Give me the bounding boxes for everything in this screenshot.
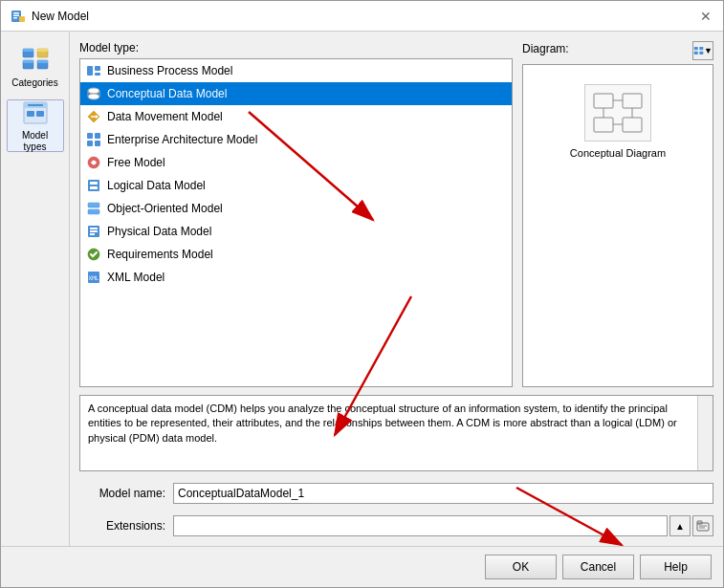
- svg-point-21: [88, 88, 99, 94]
- svg-rect-50: [699, 52, 703, 54]
- model-types-label: Model types: [11, 130, 59, 153]
- free-icon: [86, 155, 101, 170]
- description-text: A conceptual data model (CDM) helps you …: [88, 402, 705, 446]
- sidebar-item-categories[interactable]: Categories: [7, 41, 64, 94]
- svg-rect-8: [23, 60, 33, 63]
- svg-rect-53: [594, 118, 613, 132]
- svg-text:XML: XML: [89, 274, 99, 281]
- svg-rect-31: [95, 141, 100, 146]
- diagram-label: Diagram:: [522, 42, 569, 55]
- panels-row: Model type: Business Process Model: [79, 41, 713, 387]
- dmm-label: Data Movement Model: [107, 110, 223, 123]
- list-item-xml[interactable]: XML XML Model: [80, 266, 512, 289]
- cancel-button[interactable]: Cancel: [562, 555, 634, 579]
- xml-label: XML Model: [107, 271, 165, 284]
- description-scrollbar[interactable]: [697, 396, 713, 470]
- svg-rect-19: [95, 66, 100, 71]
- extensions-field-group: ▲: [173, 515, 713, 536]
- bpm-icon: [86, 63, 101, 78]
- list-item-ldm[interactable]: Logical Data Model: [80, 174, 512, 197]
- svg-rect-37: [88, 209, 99, 214]
- dialog-title: New Model: [32, 10, 89, 23]
- new-model-dialog: New Model ✕: [0, 0, 724, 588]
- extensions-row: Extensions: ▲: [79, 515, 713, 536]
- svg-rect-51: [594, 94, 613, 108]
- categories-icon: [20, 46, 51, 74]
- svg-rect-20: [95, 73, 100, 76]
- ldm-label: Logical Data Model: [107, 179, 206, 192]
- svg-rect-41: [90, 228, 98, 229]
- svg-rect-52: [623, 94, 642, 108]
- extensions-input[interactable]: [173, 515, 668, 536]
- ok-button[interactable]: OK: [485, 555, 557, 579]
- diagram-panel-header: Diagram: ▼: [522, 41, 713, 60]
- pdm-icon: [86, 224, 101, 239]
- svg-rect-15: [28, 104, 43, 106]
- svg-rect-18: [87, 66, 93, 76]
- description-area: A conceptual data model (CDM) helps you …: [79, 395, 713, 471]
- list-item-req[interactable]: Requirements Model: [80, 243, 512, 266]
- model-name-input[interactable]: [173, 483, 713, 504]
- sidebar: Categories Model types: [1, 32, 70, 546]
- dmm-icon: [86, 109, 101, 124]
- svg-rect-35: [90, 186, 98, 189]
- diagram-view-button[interactable]: ▼: [692, 41, 713, 60]
- cdm-icon: [86, 86, 101, 101]
- extensions-spin-up[interactable]: ▲: [669, 515, 691, 536]
- svg-rect-54: [623, 118, 642, 132]
- model-name-label: Model name:: [79, 487, 165, 500]
- diagram-thumbnail[interactable]: [584, 84, 651, 142]
- req-label: Requirements Model: [107, 248, 213, 261]
- svg-rect-33: [88, 180, 99, 191]
- help-button[interactable]: Help: [640, 555, 712, 579]
- model-type-panel: Model type: Business Process Model: [79, 41, 513, 387]
- pdm-label: Physical Data Model: [107, 225, 211, 238]
- svg-point-22: [88, 94, 99, 99]
- diagram-name: Conceptual Diagram: [570, 147, 666, 159]
- categories-label: Categories: [11, 77, 57, 89]
- list-item-eam[interactable]: Enterprise Architecture Model: [80, 128, 512, 151]
- title-bar: New Model ✕: [1, 1, 723, 32]
- main-content: Model type: Business Process Model: [70, 32, 723, 546]
- svg-rect-17: [36, 111, 44, 117]
- list-item-oom[interactable]: Object-Oriented Model: [80, 197, 512, 220]
- free-label: Free Model: [107, 156, 165, 169]
- svg-rect-34: [90, 182, 98, 185]
- sidebar-item-model-types[interactable]: Model types: [7, 99, 64, 152]
- svg-rect-2: [13, 14, 19, 16]
- model-type-list[interactable]: Business Process Model: [79, 58, 513, 387]
- svg-rect-6: [23, 49, 33, 52]
- svg-rect-4: [19, 16, 25, 22]
- svg-rect-30: [87, 141, 93, 146]
- req-icon: [86, 247, 101, 262]
- svg-rect-47: [694, 47, 698, 50]
- bpm-label: Business Process Model: [107, 64, 232, 77]
- model-name-row: Model name:: [79, 483, 713, 504]
- xml-icon: XML: [86, 270, 101, 285]
- svg-rect-16: [27, 111, 34, 117]
- diagram-list[interactable]: Conceptual Diagram: [522, 64, 713, 387]
- oom-label: Object-Oriented Model: [107, 202, 223, 215]
- dialog-body: Categories Model types: [1, 32, 723, 546]
- list-item-pdm[interactable]: Physical Data Model: [80, 220, 512, 243]
- list-item-cdm[interactable]: Conceptual Data Model: [80, 82, 512, 105]
- dialog-footer: OK Cancel Help: [1, 546, 723, 587]
- eam-label: Enterprise Architecture Model: [107, 133, 257, 146]
- extensions-browse-button[interactable]: [692, 515, 713, 536]
- oom-icon: [86, 201, 101, 216]
- svg-rect-43: [90, 233, 95, 235]
- ldm-icon: [86, 178, 101, 193]
- title-bar-left: New Model: [11, 9, 89, 24]
- svg-rect-3: [13, 17, 17, 19]
- close-button[interactable]: ✕: [698, 9, 713, 24]
- eam-icon: [86, 132, 101, 147]
- svg-rect-48: [699, 47, 703, 50]
- svg-rect-10: [37, 49, 48, 52]
- dialog-icon: [11, 9, 26, 24]
- model-type-label: Model type:: [79, 41, 513, 54]
- list-item-free[interactable]: Free Model: [80, 151, 512, 174]
- list-item-dmm[interactable]: Data Movement Model: [80, 105, 512, 128]
- svg-rect-29: [95, 133, 100, 139]
- list-item-bpm[interactable]: Business Process Model: [80, 59, 512, 82]
- svg-rect-12: [37, 60, 48, 63]
